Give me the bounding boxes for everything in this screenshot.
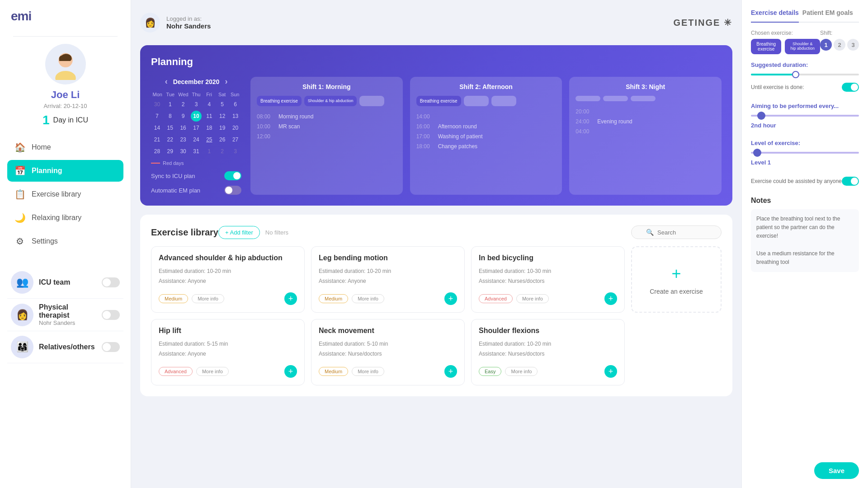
exercise-footer-4: Advanced More info + <box>159 365 297 378</box>
nav-item-relaxing-library[interactable]: 🌙 Relaxing library <box>7 207 123 229</box>
calendar-cell[interactable]: 11 <box>204 111 215 122</box>
calendar-cell[interactable]: 2 <box>178 99 189 110</box>
create-plus-icon: + <box>671 264 681 283</box>
physical-therapist-toggle[interactable] <box>102 310 120 320</box>
add-exercise-button-4[interactable]: + <box>284 365 297 378</box>
calendar-cell[interactable]: 12 <box>217 111 228 122</box>
calendar-cell[interactable]: 5 <box>217 99 228 110</box>
calendar-cell[interactable]: 3 <box>230 146 241 157</box>
assisted-toggle[interactable] <box>842 177 859 186</box>
more-info-button-3[interactable]: More info <box>516 294 549 303</box>
team-item-physical: 👩 Physical therapist Nohr Sanders <box>7 299 123 331</box>
calendar-cell[interactable]: 3 <box>191 99 202 110</box>
more-info-button-4[interactable]: More info <box>196 367 229 376</box>
until-done-toggle[interactable] <box>842 83 859 92</box>
morning-exercise-2[interactable]: Shoulder & hip abduction <box>304 96 357 106</box>
calendar-cell[interactable]: 6 <box>230 99 241 110</box>
calendar-cell[interactable]: 1 <box>204 146 215 157</box>
afternoon-exercise-3[interactable] <box>491 96 516 106</box>
nav-item-settings[interactable]: ⚙ Settings <box>7 230 123 252</box>
add-exercise-button-3[interactable]: + <box>604 292 617 305</box>
calendar-prev-button[interactable]: ‹ <box>165 77 168 86</box>
calendar-cell[interactable]: 26 <box>217 134 228 145</box>
exercise-library-icon: 📋 <box>14 189 25 200</box>
calendar-cell[interactable]: 19 <box>217 122 228 133</box>
add-exercise-button-1[interactable]: + <box>284 292 297 305</box>
nav-item-home[interactable]: 🏠 Home <box>7 136 123 158</box>
shift-label: Shift: <box>820 30 859 36</box>
add-exercise-button-6[interactable]: + <box>604 365 617 378</box>
calendar-cell[interactable]: 4 <box>204 99 215 110</box>
add-filter-button[interactable]: + Add filter <box>218 226 260 239</box>
search-box[interactable]: 🔍 <box>631 225 722 239</box>
chosen-exercise-chip-1[interactable]: Breathing exercise <box>751 39 781 54</box>
calendar-cell[interactable]: 29 <box>165 146 175 157</box>
afternoon-exercise-1[interactable]: Breathing exercise <box>416 96 461 106</box>
more-info-button-1[interactable]: More info <box>192 294 224 303</box>
calendar-cell[interactable]: 8 <box>165 111 175 122</box>
shift-num-2[interactable]: 2 <box>834 39 845 51</box>
no-filters-label: No filters <box>265 229 288 236</box>
calendar-cell[interactable]: 20 <box>230 122 241 133</box>
patient-avatar <box>45 44 86 84</box>
calendar-cell[interactable]: 31 <box>191 146 202 157</box>
level-slider[interactable] <box>751 148 859 157</box>
shift-num-1[interactable]: 1 <box>820 39 832 51</box>
chosen-exercise-chip-2[interactable]: Shoulder & hip abduction <box>785 39 820 54</box>
calendar-cell[interactable]: 30 <box>151 99 162 110</box>
nav-item-exercise-library[interactable]: 📋 Exercise library <box>7 183 123 205</box>
suggested-duration-slider[interactable] <box>751 70 859 79</box>
calendar-cell[interactable]: 17 <box>191 122 202 133</box>
shift-num-3[interactable]: 3 <box>847 39 859 51</box>
sync-toggle[interactable] <box>224 171 241 180</box>
calendar-cell[interactable]: 7 <box>151 111 162 122</box>
add-exercise-button-2[interactable]: + <box>444 292 457 305</box>
calendar-cell[interactable]: 16 <box>178 122 189 133</box>
patient-days-in-icu: 1 Day in ICU <box>42 113 88 127</box>
more-info-button-2[interactable]: More info <box>352 294 384 303</box>
relatives-toggle[interactable] <box>102 342 120 352</box>
more-info-button-6[interactable]: More info <box>505 367 538 376</box>
calendar-cell[interactable]: 9 <box>178 111 189 122</box>
calendar-cell[interactable]: 23 <box>178 134 189 145</box>
aiming-slider[interactable] <box>751 111 859 120</box>
calendar-cell[interactable]: 27 <box>230 134 241 145</box>
tab-patient-em-goals[interactable]: Patient EM goals <box>802 9 853 18</box>
exercise-library-card: Exercise library + Add filter No filters… <box>140 215 732 396</box>
calendar-cell[interactable]: 13 <box>230 111 241 122</box>
calendar-cell[interactable]: 28 <box>151 146 162 157</box>
calendar-cell[interactable]: 30 <box>178 146 189 157</box>
calendar-cell[interactable]: 25 <box>204 134 215 145</box>
calendar-cell[interactable]: 15 <box>165 122 175 133</box>
add-exercise-button-5[interactable]: + <box>444 365 457 378</box>
calendar-cell[interactable]: 14 <box>151 122 162 133</box>
calendar-cell[interactable]: 18 <box>204 122 215 133</box>
night-exercise-3[interactable] <box>631 96 656 101</box>
calendar-cell[interactable]: 1 <box>165 99 175 110</box>
morning-event-1: 08:00 Morning round <box>257 112 396 122</box>
afternoon-exercise-2[interactable] <box>464 96 489 106</box>
calendar-grid: MonTueWedThuFriSatSun 301234567891011121… <box>151 92 241 157</box>
nav-item-planning[interactable]: 📅 Planning <box>7 160 123 182</box>
night-exercise-1[interactable] <box>576 96 600 101</box>
calendar-cell[interactable]: 24 <box>191 134 202 145</box>
more-info-button-5[interactable]: More info <box>352 367 384 376</box>
search-input[interactable] <box>657 229 721 236</box>
planning-card: Planning ‹ December 2020 › MonTueWedThuF… <box>140 45 732 206</box>
calendar-cell[interactable]: 2 <box>217 146 228 157</box>
calendar-cell[interactable]: 21 <box>151 134 162 145</box>
auto-toggle[interactable] <box>224 186 241 195</box>
save-button[interactable]: Save <box>814 462 859 479</box>
morning-exercise-3[interactable] <box>359 96 384 106</box>
morning-exercise-1[interactable]: Breathing exercise <box>257 96 302 106</box>
calendar-next-button[interactable]: › <box>225 77 227 86</box>
night-exercise-2[interactable] <box>603 96 628 101</box>
calendar-cell[interactable]: 22 <box>165 134 175 145</box>
create-exercise-card[interactable]: + Create an exercise <box>631 246 722 313</box>
moon-icon: 🌙 <box>14 212 25 223</box>
calendar-cell[interactable]: 10 <box>191 111 202 122</box>
tab-exercise-details[interactable]: Exercise details <box>751 9 799 23</box>
exercise-title-3: In bed bicycling <box>479 254 617 262</box>
relatives-label: Relatives/others <box>39 343 96 351</box>
icu-team-toggle[interactable] <box>102 277 120 287</box>
